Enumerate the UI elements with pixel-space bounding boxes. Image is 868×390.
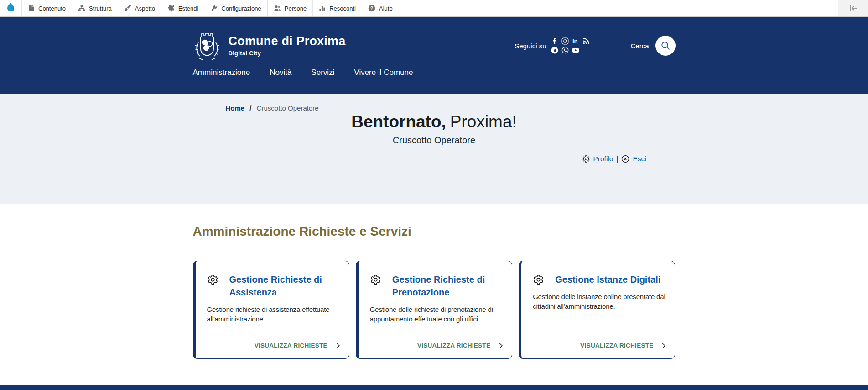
drupal-admin-toolbar: Contenuto Struttura Aspetto Estendi Conf… — [0, 0, 868, 17]
hero-band: Home / Cruscotto Operatore Bentornato,Pr… — [0, 94, 868, 204]
svg-text:?: ? — [370, 5, 373, 11]
toolbar-tab-persone[interactable]: Persone — [268, 0, 313, 16]
drupal-home-button[interactable] — [0, 0, 22, 16]
card-title[interactable]: Gestione Istanze Digitali — [555, 273, 660, 286]
toolbar-collapse-button[interactable] — [838, 0, 868, 16]
card-description: Gestione delle richieste di prenotazione… — [370, 305, 504, 325]
follow-us-label: Seguici su — [515, 42, 546, 50]
service-cards: Gestione Richieste di Assistenza Gestion… — [193, 261, 676, 359]
wrench-icon — [210, 5, 218, 12]
view-requests-link[interactable]: VISUALIZZA RICHIESTE — [580, 342, 667, 349]
barchart-icon — [319, 5, 326, 12]
drupal-logo-icon — [5, 2, 16, 14]
search-icon — [660, 41, 670, 51]
instagram-icon[interactable] — [561, 37, 569, 45]
sitemap-icon — [78, 5, 85, 12]
nav-item-amministrazione[interactable]: Amministrazione — [193, 68, 250, 77]
profile-link[interactable]: Profilo — [593, 155, 613, 163]
municipality-coat-of-arms-logo — [193, 31, 221, 61]
breadcrumb-separator: / — [249, 104, 251, 112]
welcome-greeting: Bentornato, — [351, 112, 446, 131]
puzzle-icon — [167, 5, 175, 12]
card-gestione-richieste-prenotazione: Gestione Richieste di Prenotazione Gesti… — [356, 261, 512, 359]
toolbar-tab-configurazione[interactable]: Configurazione — [204, 0, 267, 16]
toolbar-tab-resoconti[interactable]: Resoconti — [313, 0, 362, 16]
nav-item-vivere-il-comune[interactable]: Vivere il Comune — [354, 68, 413, 77]
social-links: in — [551, 37, 597, 54]
site-name: Comune di Proxima — [229, 35, 346, 48]
search-label: Cerca — [630, 42, 649, 50]
people-icon — [274, 5, 281, 12]
gear-icon — [582, 155, 590, 163]
toolbar-tab-label: Persone — [285, 5, 307, 12]
paintbrush-icon — [124, 5, 131, 12]
toolbar-tab-struttura[interactable]: Struttura — [72, 0, 118, 16]
welcome-username: Proxima! — [450, 112, 517, 131]
toolbar-tab-label: Struttura — [89, 5, 112, 12]
footer-strip — [0, 385, 868, 390]
toolbar-tab-label: Estendi — [178, 5, 198, 12]
site-brand[interactable]: Comune di Proxima Digital City — [193, 31, 346, 61]
view-requests-link[interactable]: VISUALIZZA RICHIESTE — [417, 342, 504, 349]
welcome-title: Bentornato,Proxima! — [193, 112, 676, 132]
toolbar-tab-estendi[interactable]: Estendi — [161, 0, 204, 16]
toolbar-tab-aiuto[interactable]: ? Aiuto — [362, 0, 399, 16]
facebook-icon[interactable] — [551, 37, 558, 45]
gear-icon — [207, 274, 218, 285]
breadcrumb-home-link[interactable]: Home — [226, 104, 245, 112]
site-header: Comune di Proxima Digital City Seguici s… — [0, 17, 868, 94]
card-gestione-richieste-assistenza: Gestione Richieste di Assistenza Gestion… — [193, 261, 349, 359]
nav-item-novita[interactable]: Novità — [270, 68, 291, 77]
toolbar-tab-label: Resoconti — [329, 5, 356, 12]
main-content: Amministrazione Richieste e Servizi Gest… — [0, 204, 868, 359]
breadcrumb-current: Cruscotto Operatore — [257, 104, 319, 112]
section-title: Amministrazione Richieste e Servizi — [193, 224, 676, 239]
svg-text:in: in — [572, 38, 578, 45]
toolbar-tab-contenuto[interactable]: Contenuto — [22, 0, 72, 16]
breadcrumb: Home / Cruscotto Operatore — [226, 94, 676, 112]
main-navigation: Amministrazione Novità Servizi Vivere il… — [193, 68, 676, 77]
whatsapp-icon[interactable] — [561, 47, 569, 54]
card-title[interactable]: Gestione Richieste di Prenotazione — [392, 273, 499, 299]
toolbar-tab-aspetto[interactable]: Aspetto — [118, 0, 161, 16]
card-description: Gestione delle instanze online presentat… — [533, 292, 667, 312]
site-tagline: Digital City — [229, 50, 346, 57]
logout-x-circle-icon — [621, 155, 629, 163]
profile-actions: Profilo | Esci — [582, 155, 646, 163]
view-requests-link[interactable]: VISUALIZZA RICHIESTE — [255, 342, 342, 349]
linkedin-icon[interactable]: in — [572, 37, 579, 45]
gear-icon — [533, 274, 544, 285]
chevron-right-icon — [334, 342, 342, 349]
rss-icon[interactable] — [582, 37, 590, 45]
gear-icon — [370, 274, 381, 285]
nav-item-servizi[interactable]: Servizi — [311, 68, 334, 77]
toolbar-tab-label: Aspetto — [135, 5, 155, 12]
card-gestione-istanze-digitali: Gestione Istanze Digitali Gestione delle… — [519, 261, 675, 359]
logout-link[interactable]: Esci — [633, 155, 646, 163]
collapse-left-icon — [849, 5, 858, 11]
dashboard-subtitle: Cruscotto Operatore — [193, 135, 676, 146]
toolbar-tab-label: Configurazione — [221, 5, 261, 12]
toolbar-tab-label: Aiuto — [379, 5, 393, 12]
chevron-right-icon — [660, 342, 667, 349]
file-icon — [28, 5, 35, 12]
youtube-icon[interactable] — [572, 47, 579, 54]
profile-separator: | — [616, 155, 618, 163]
telegram-icon[interactable] — [551, 47, 558, 54]
search-button[interactable] — [655, 36, 676, 56]
toolbar-tab-label: Contenuto — [38, 5, 66, 12]
card-description: Gestione richieste di assistenza effettu… — [207, 305, 342, 325]
help-icon: ? — [368, 5, 375, 12]
chevron-right-icon — [497, 342, 504, 349]
card-title[interactable]: Gestione Richieste di Assistenza — [229, 273, 337, 299]
